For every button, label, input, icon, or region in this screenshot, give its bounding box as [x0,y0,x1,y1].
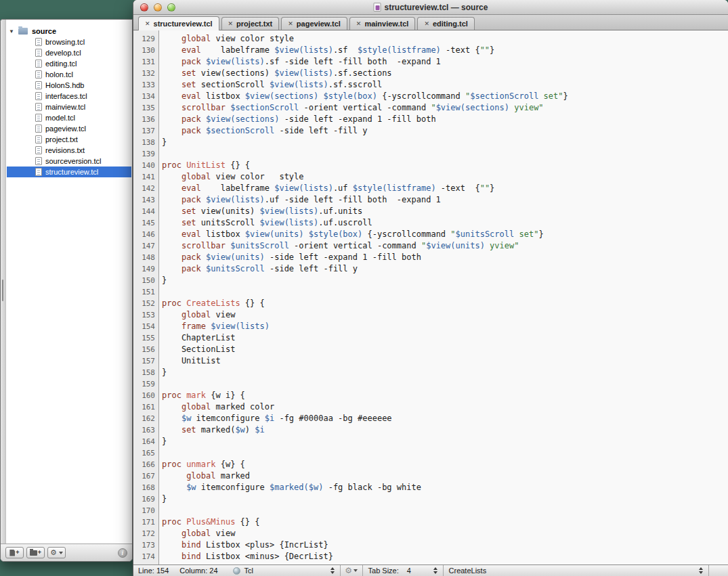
tree-item-sourceversion.tcl[interactable]: sourceversion.tcl [7,156,131,167]
line-number: 146 [133,229,159,240]
code-line-140[interactable]: 140proc UnitList {} { [133,160,728,171]
function-popup[interactable]: CreateLists [444,567,708,575]
tab-close-icon[interactable]: ✕ [145,20,150,27]
tab-label: pageview.tcl [297,20,341,28]
code-line-162[interactable]: 162 $w itemconfigure $i -fg #0000aa -bg … [133,413,728,424]
code-line-160[interactable]: 160proc mark {w i} { [133,390,728,401]
code-line-137[interactable]: 137 pack $sectionScroll -side left -fill… [133,125,728,137]
tab-close-icon[interactable]: ✕ [356,20,362,27]
tree-item-holon.tcl[interactable]: holon.tcl [7,69,131,80]
tab-close-icon[interactable]: ✕ [228,20,234,27]
new-file-button[interactable]: + [5,547,24,558]
tab-close-icon[interactable]: ✕ [424,20,429,27]
actions-menu-button[interactable]: ⚙ [47,547,66,558]
tree-item-project.txt[interactable]: project.txt [7,134,131,145]
tree-item-HolonS.hdb[interactable]: HolonS.hdb [7,80,131,91]
disclosure-triangle-icon[interactable]: ▼ [8,28,15,35]
tree-item-pageview.tcl[interactable]: pageview.tcl [7,123,131,134]
tab-close-icon[interactable]: ✕ [288,20,293,27]
code-line-143[interactable]: 143 pack $view(lists).uf -side left -fil… [133,194,728,206]
code-line-152[interactable]: 152proc CreateLists {} { [133,298,728,309]
code-text [159,286,162,298]
code-line-129[interactable]: 129 global view color style [133,33,728,45]
tree-item-model.tcl[interactable]: model.tcl [7,112,131,123]
code-line-156[interactable]: 156 SectionList [133,344,728,355]
info-button[interactable]: i [118,548,127,558]
code-line-144[interactable]: 144 set view(units) $view(lists).uf.unit… [133,206,728,217]
tree-item-interfaces.tcl[interactable]: interfaces.tcl [7,91,131,102]
tree-item-mainview.tcl[interactable]: mainview.tcl [7,102,131,112]
tree-item-browsing.tcl[interactable]: browsing.tcl [7,37,131,47]
tree-item-revisions.txt[interactable]: revisions.txt [7,145,131,156]
line-number: 167 [133,470,159,482]
document-icon [35,49,42,57]
tab-size-control[interactable]: Tab Size: 4 [363,567,443,575]
code-line-154[interactable]: 154 frame $view(lists) [133,321,728,332]
code-line-148[interactable]: 148 pack $view(units) -side left -expand… [133,252,728,263]
line-number: 160 [133,390,159,401]
code-line-151[interactable]: 151 [133,286,728,298]
code-line-174[interactable]: 174 bind Listbox <minus> {DecrList} [133,551,728,562]
code-line-155[interactable]: 155 ChapterList [133,332,728,344]
code-line-158[interactable]: 158} [133,367,728,378]
code-line-134[interactable]: 134 eval listbox $view(sections) $style(… [133,91,728,102]
gear-menu-button[interactable]: ⚙ [341,567,362,575]
code-line-165[interactable]: 165 [133,447,728,459]
code-text: ChapterList [159,332,235,344]
zoom-window-button[interactable] [167,3,175,12]
tree-item-editing.tcl[interactable]: editing.tcl [7,58,131,69]
titlebar[interactable]: structureview.tcl — source [133,0,728,15]
code-line-138[interactable]: 138} [133,137,728,148]
document-icon [35,70,42,79]
tree-item-develop.tcl[interactable]: develop.tcl [7,47,131,58]
code-line-131[interactable]: 131 pack $view(lists).sf -side left -fil… [133,56,728,68]
code-line-150[interactable]: 150} [133,275,728,286]
code-line-172[interactable]: 172 global view [133,528,728,539]
code-line-145[interactable]: 145 set unitsScroll $view(lists).uf.uscr… [133,217,728,229]
code-editor[interactable]: 129 global view color style130 eval labe… [133,30,728,564]
code-line-146[interactable]: 146 eval listbox $view(units) $style(box… [133,229,728,240]
code-line-166[interactable]: 166proc unmark {w} { [133,459,728,470]
tab-pageview.tcl[interactable]: ✕pageview.tcl [281,17,347,30]
language-popup[interactable]: Tcl [233,567,340,575]
code-line-170[interactable]: 170 [133,505,728,516]
code-text: bind Listbox <plus> {IncrList} [159,539,328,551]
code-line-167[interactable]: 167 global marked [133,470,728,482]
code-line-133[interactable]: 133 set sectionScroll $view(lists).sf.ss… [133,79,728,91]
code-line-153[interactable]: 153 global view [133,309,728,321]
minimize-window-button[interactable] [154,3,162,12]
editor-window: structureview.tcl — source ✕structurevie… [133,0,728,576]
code-line-161[interactable]: 161 global marked color [133,401,728,413]
tab-project.txt[interactable]: ✕project.txt [221,17,280,30]
tab-editing.tcl[interactable]: ✕editing.tcl [417,17,475,30]
file-label: browsing.tcl [45,38,85,46]
file-label: mainview.tcl [45,103,85,111]
code-line-147[interactable]: 147 scrollbar $unitsScroll -orient verti… [133,240,728,252]
add-folder-button[interactable]: + [26,547,45,558]
code-line-136[interactable]: 136 pack $view(sections) -side left -exp… [133,114,728,125]
tab-structureview.tcl[interactable]: ✕structureview.tcl [138,16,219,30]
code-line-130[interactable]: 130 eval labelframe $view(lists).sf $sty… [133,45,728,56]
code-line-163[interactable]: 163 set marked($w) $i [133,424,728,436]
code-line-164[interactable]: 164} [133,436,728,447]
drawer-resize-grip-icon[interactable] [2,280,3,301]
code-line-159[interactable]: 159 [133,378,728,390]
code-line-169[interactable]: 169} [133,493,728,505]
code-line-173[interactable]: 173 bind Listbox <plus> {IncrList} [133,539,728,551]
code-line-171[interactable]: 171proc Plus&Minus {} { [133,516,728,528]
close-window-button[interactable] [140,3,148,12]
code-line-149[interactable]: 149 pack $unitsScroll -side left -fill y [133,263,728,275]
tree-item-structureview.tcl[interactable]: structureview.tcl [7,167,131,177]
file-label: sourceversion.tcl [45,157,102,165]
code-line-132[interactable]: 132 set view(sections) $view(lists).sf.s… [133,68,728,79]
code-line-141[interactable]: 141 global view color style [133,171,728,183]
code-line-157[interactable]: 157 UnitList [133,355,728,367]
code-line-135[interactable]: 135 scrollbar $sectionScroll -orient ver… [133,102,728,114]
code-line-139[interactable]: 139 [133,148,728,160]
line-number: 144 [133,206,159,217]
code-line-142[interactable]: 142 eval labelframe $view(lists).uf $sty… [133,183,728,194]
drawer-resize-strip[interactable] [1,20,6,561]
code-line-168[interactable]: 168 $w itemconfigure $marked($w) -fg bla… [133,482,728,493]
tree-folder-source[interactable]: ▼source [7,26,131,37]
tab-mainview.tcl[interactable]: ✕mainview.tcl [349,17,416,30]
